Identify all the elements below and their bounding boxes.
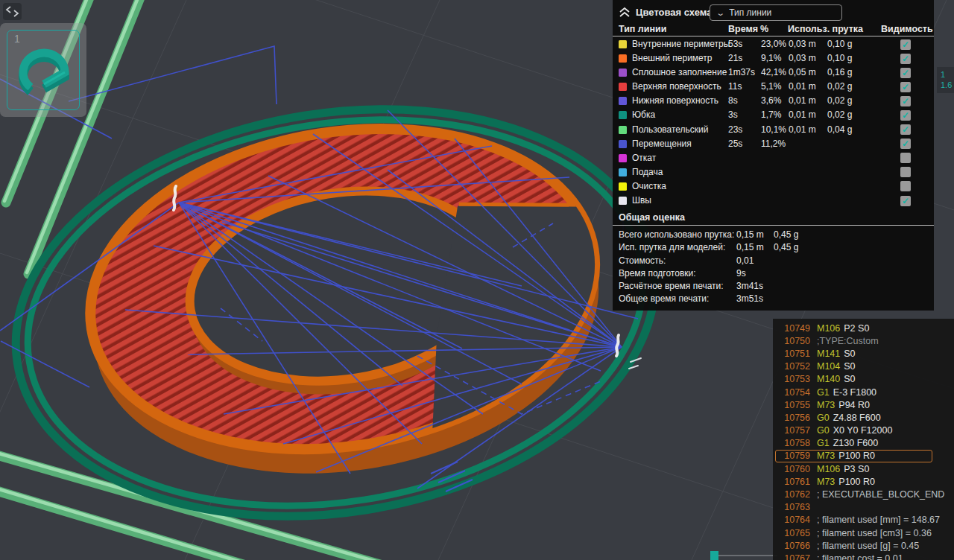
gcode-line-number: 10752: [773, 361, 810, 372]
total-row: Исп. прутка для моделей:0,15 m0,45 g: [613, 241, 934, 253]
layer-height-bottom: 1.6: [941, 80, 954, 90]
gcode-line[interactable]: 10750;TYPE:Custom: [773, 334, 954, 347]
gcode-line[interactable]: 10762; EXECUTABLE_BLOCK_END: [773, 488, 954, 500]
gcode-command: M141: [817, 349, 840, 359]
color-scheme-panel: Цветовая схема ⌄ Тип линии Тип линии Вре…: [613, 0, 934, 311]
col-visibility: Видимость: [881, 24, 933, 34]
gcode-line-number: 10750: [773, 336, 810, 346]
gcode-line[interactable]: 10752M104S0: [773, 360, 954, 373]
line-type-swatch: [619, 40, 627, 48]
gcode-line[interactable]: 10755M73P94 R0: [773, 398, 954, 411]
visibility-checkbox[interactable]: ✓: [900, 124, 911, 135]
filament-length-value: 0,01 m: [789, 81, 816, 92]
plate-thumbnail[interactable]: 1: [0, 23, 86, 117]
line-type-swatch: [619, 83, 627, 91]
gcode-line[interactable]: 10765; filament used [cm3] = 0.36: [773, 526, 954, 539]
gcode-line-number: 10757: [773, 425, 810, 436]
gcode-command: G1: [817, 387, 830, 398]
gcode-line[interactable]: 10751M141S0: [773, 347, 954, 360]
legend-row: Сплошное заполнение1m37s42,1%0,05 m0,16 …: [613, 66, 934, 80]
total-value-1: 0,15 m: [736, 229, 764, 240]
legend-row: Очистка: [613, 179, 934, 194]
gcode-line[interactable]: 10760M106P3 S0: [773, 462, 954, 475]
total-row: Всего использовано прутка:0,15 m0,45 g: [613, 228, 934, 241]
legend-row: Пользовательский23s10,1%0,01 m0,04 g✓: [613, 123, 934, 137]
filament-length-value: 0,05 m: [789, 67, 816, 77]
total-label: Исп. прутка для моделей:: [619, 242, 725, 252]
gcode-line-number: 10758: [773, 438, 810, 448]
filament-weight-value: 0,10 g: [827, 39, 852, 49]
legend-row: Подача: [613, 165, 934, 179]
line-type-swatch: [619, 197, 627, 205]
collapse-panel-icon[interactable]: [619, 7, 631, 18]
total-value-2: 0,45 g: [774, 229, 798, 240]
sequence-slider-handle[interactable]: [710, 551, 718, 560]
col-time: Время: [728, 24, 758, 34]
filament-length-value: 0,03 m: [789, 53, 816, 63]
line-type-swatch: [619, 140, 627, 148]
gcode-line[interactable]: 10763: [773, 501, 954, 514]
gcode-command: G1: [817, 438, 830, 448]
visibility-checkbox[interactable]: [900, 167, 911, 177]
gcode-line[interactable]: 10759M73P100 R0: [773, 450, 954, 462]
col-percent: %: [760, 24, 768, 34]
legend-row: Швы✓: [613, 194, 934, 208]
gcode-line[interactable]: 10761M73P100 R0: [773, 475, 954, 488]
line-type-label: Юбка: [632, 109, 655, 120]
line-type-label: Верхняя поверхность: [632, 81, 721, 92]
gcode-line[interactable]: 10756G0Z4.88 F600: [773, 411, 954, 424]
gcode-line[interactable]: 10754G1E-3 F1800: [773, 386, 954, 398]
visibility-checkbox[interactable]: [900, 181, 911, 191]
gcode-args: S0: [844, 361, 855, 372]
gcode-line[interactable]: 10757G0X0 Y0 F12000: [773, 424, 954, 437]
totals-rows: Всего использовано прутка:0,15 m0,45 gИс…: [613, 228, 934, 305]
gcode-command: M106: [817, 323, 840, 334]
gcode-line[interactable]: 10764; filament used [mm] = 148.67: [773, 514, 954, 526]
line-type-label: Подача: [632, 167, 663, 177]
gcode-command: M73: [817, 477, 835, 487]
line-type-swatch: [619, 54, 627, 63]
time-value: 53s: [728, 39, 742, 49]
gcode-line[interactable]: 10767; filament cost = 0.01: [773, 552, 954, 560]
line-type-swatch: [619, 182, 627, 191]
time-value: 23s: [728, 124, 742, 135]
total-value-2: 0,45 g: [774, 242, 798, 252]
total-row: Стоимость:0,01: [613, 254, 934, 267]
legend-rows: Внутренние периметры53s23,0%0,03 m0,10 g…: [613, 37, 934, 208]
gcode-line[interactable]: 10766; filament used [g] = 0.45: [773, 539, 954, 552]
sequence-slider-track[interactable]: [710, 555, 777, 556]
time-value: 21s: [728, 53, 742, 63]
gcode-line-number: 10765: [773, 528, 810, 538]
visibility-checkbox[interactable]: ✓: [900, 54, 911, 64]
percent-value: 42,1%: [761, 67, 786, 77]
total-value-1: 3m51s: [736, 293, 763, 304]
visibility-checkbox[interactable]: [900, 153, 911, 163]
time-value: 3s: [728, 109, 738, 120]
visibility-checkbox[interactable]: ✓: [900, 96, 911, 106]
gcode-line[interactable]: 10758G1Z130 F600: [773, 437, 954, 450]
gcode-line[interactable]: 10749M106P2 S0: [773, 322, 954, 334]
filament-weight-value: 0,02 g: [827, 109, 852, 120]
visibility-checkbox[interactable]: ✓: [900, 82, 911, 92]
plate-thumbnail-frame: 1: [7, 30, 80, 110]
percent-value: 1,7%: [761, 109, 781, 120]
total-value-1: 0,01: [736, 255, 754, 266]
visibility-checkbox[interactable]: ✓: [900, 39, 911, 50]
visibility-checkbox[interactable]: ✓: [900, 139, 911, 149]
gcode-window-toggle-button[interactable]: [3, 3, 22, 20]
visibility-checkbox[interactable]: ✓: [900, 196, 911, 206]
legend-row: Юбка3s1,7%0,01 m0,02 g✓: [613, 108, 934, 122]
col-filament: Использ. прутка: [788, 24, 863, 34]
filament-weight-value: 0,04 g: [827, 124, 852, 135]
total-label: Стоимость:: [619, 255, 666, 266]
total-value-1: 0,15 m: [736, 242, 764, 252]
legend-row: Верхняя поверхность11s5,1%0,01 m0,02 g✓: [613, 80, 934, 94]
gcode-line-number: 10760: [773, 464, 810, 474]
gcode-line-number: 10749: [773, 323, 810, 334]
gcode-args: S0: [844, 349, 855, 359]
gcode-line[interactable]: 10753M140S0: [773, 373, 954, 386]
filament-length-value: 0,01 m: [789, 109, 816, 120]
visibility-checkbox[interactable]: ✓: [900, 110, 911, 121]
view-mode-dropdown[interactable]: ⌄ Тип линии: [710, 4, 842, 21]
visibility-checkbox[interactable]: ✓: [900, 68, 911, 78]
